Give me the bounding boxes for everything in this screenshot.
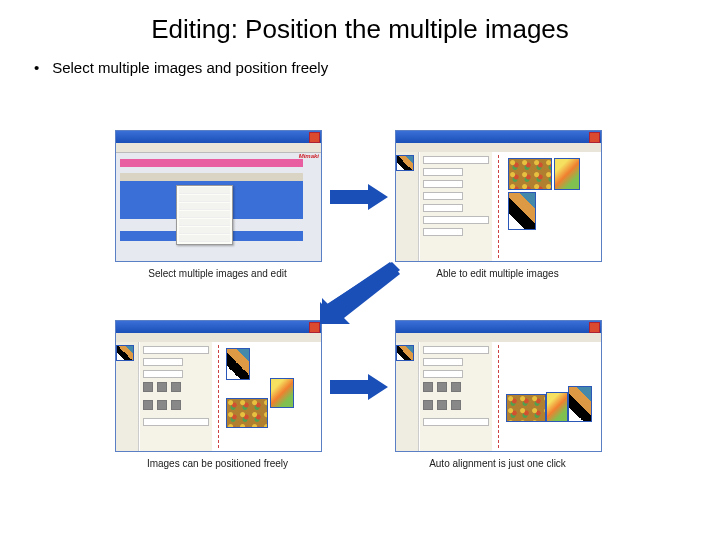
job-header-bar [120, 159, 303, 167]
placed-image [508, 192, 536, 230]
guide-line [498, 345, 499, 448]
property-panel [420, 342, 493, 451]
caption-1: Select multiple images and edit [115, 268, 320, 279]
thumbnail-column [396, 152, 419, 261]
editor-body [116, 342, 321, 451]
menubar [116, 143, 321, 153]
property-panel [420, 152, 493, 261]
app-window-editor: Mimaki [115, 320, 322, 452]
context-menu [176, 185, 233, 245]
thumb-icon [396, 345, 414, 361]
caption-4: Auto alignment is just one click [395, 458, 600, 469]
layout-canvas [492, 342, 601, 451]
svg-marker-0 [330, 184, 388, 210]
screenshot-1: Mimaki Select multiple images and edit [115, 130, 320, 279]
guide-line [218, 345, 219, 448]
editor-body [396, 152, 601, 261]
screenshot-2: Mimaki [395, 130, 600, 279]
caption-2: Able to edit multiple images [395, 268, 600, 279]
placed-image [270, 378, 294, 408]
app-window-editor: Mimaki [395, 320, 602, 452]
titlebar [396, 131, 601, 143]
screenshot-3: Mimaki [115, 320, 320, 469]
screenshot-grid: Mimaki Select multiple images and edit M… [0, 130, 720, 530]
placed-image [554, 158, 580, 190]
bullet-text: Select multiple images and position free… [52, 59, 328, 76]
thumbnail-column [116, 342, 139, 451]
arrow-right-icon [330, 184, 388, 210]
thumb-icon [396, 155, 414, 171]
placed-image [568, 386, 592, 422]
screenshot-4: Mimaki [395, 320, 600, 469]
slide-title: Editing: Position the multiple images [0, 14, 720, 45]
layout-canvas [212, 342, 321, 451]
thumb-icon [116, 345, 134, 361]
thumbnail-column [396, 342, 419, 451]
editor-body [396, 342, 601, 451]
app-window-editor: Mimaki [395, 130, 602, 262]
placed-image [546, 392, 568, 422]
layout-canvas [492, 152, 601, 261]
svg-marker-1 [320, 262, 400, 324]
svg-marker-3 [330, 374, 388, 400]
app-window-joblist: Mimaki [115, 130, 322, 262]
bullet-line: • Select multiple images and position fr… [34, 59, 720, 76]
placed-image [508, 158, 552, 190]
placed-image [506, 394, 546, 422]
placed-image [226, 348, 250, 380]
guide-line [498, 155, 499, 258]
property-panel [140, 342, 213, 451]
list-column-header [120, 173, 303, 181]
bullet-dot: • [34, 59, 48, 76]
arrow-right-icon [330, 374, 388, 400]
titlebar [116, 131, 321, 143]
titlebar [116, 321, 321, 333]
svg-marker-2 [322, 262, 400, 324]
placed-image [226, 398, 268, 428]
caption-3: Images can be positioned freely [115, 458, 320, 469]
arrow-diagonal-icon [320, 262, 400, 324]
titlebar [396, 321, 601, 333]
